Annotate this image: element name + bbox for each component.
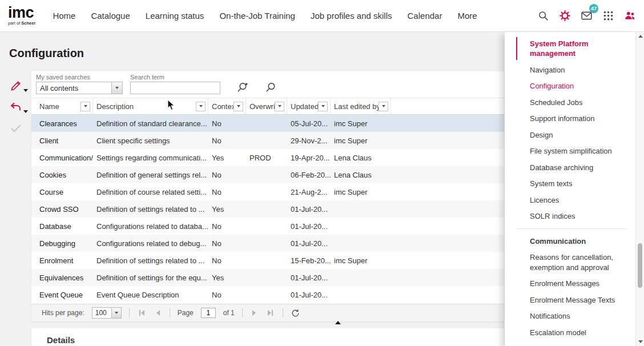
sidebar-item-enrolment-messages[interactable]: Enrolment Messages bbox=[505, 276, 635, 292]
table-row[interactable]: Equivalences Definition of settings for … bbox=[31, 269, 504, 286]
chevron-down-icon bbox=[199, 105, 203, 107]
sidebar-item-reasons-for-cancellation[interactable]: Reasons for cancellation, exemption and … bbox=[505, 250, 635, 276]
column-header-last-edited-by[interactable]: Last edited by bbox=[331, 98, 391, 114]
search-button[interactable] bbox=[537, 10, 549, 22]
search-term-input[interactable] bbox=[130, 82, 220, 94]
separator bbox=[129, 308, 130, 317]
sidebar-item-navigation[interactable]: Navigation bbox=[505, 62, 635, 78]
sidebar-section-communication: Communication bbox=[505, 233, 635, 250]
logo-tagline-brand: Scheer bbox=[21, 21, 35, 26]
sidebar-item-configuration[interactable]: Configuration bbox=[505, 78, 635, 95]
filter-dropdown-button[interactable] bbox=[234, 102, 243, 111]
first-page-button[interactable] bbox=[137, 310, 147, 316]
edit-button[interactable] bbox=[9, 79, 24, 94]
nav-item-on-the-job-training[interactable]: On-the-Job Training bbox=[219, 11, 295, 21]
page-number-input[interactable] bbox=[201, 308, 216, 318]
column-label: Last edited by bbox=[334, 102, 379, 111]
table-row[interactable]: Crowd SSO Definition of settings related… bbox=[31, 200, 504, 218]
table-row[interactable]: Clearances Definition of standard cleara… bbox=[31, 115, 504, 132]
table-row[interactable]: Course Definition of course related sett… bbox=[31, 183, 504, 200]
cell-context: No bbox=[208, 171, 246, 179]
scrollbar-down-arrow-icon[interactable] bbox=[638, 340, 643, 343]
filter-dropdown-button[interactable] bbox=[379, 102, 388, 111]
table-row[interactable]: Debugging Configurations related to debu… bbox=[31, 235, 504, 252]
community-button[interactable] bbox=[623, 10, 636, 22]
sidebar-item-solr-indices[interactable]: SOLR indices bbox=[505, 208, 635, 225]
vertical-scrollbar[interactable] bbox=[635, 32, 644, 346]
messages-button[interactable]: 47 bbox=[580, 10, 593, 22]
refresh-button[interactable] bbox=[291, 308, 300, 318]
last-page-button[interactable] bbox=[265, 310, 275, 316]
cell-overwrite: PROD bbox=[246, 154, 287, 162]
filter-dropdown-button[interactable] bbox=[196, 102, 206, 111]
table-row[interactable]: Cookies Definition of general settings r… bbox=[31, 166, 504, 183]
sidebar-item-scheduled-jobs[interactable]: Scheduled Jobs bbox=[505, 94, 635, 111]
table-row[interactable]: Enrolment Definition of settings related… bbox=[31, 252, 504, 269]
hits-per-page-dropdown-button[interactable] bbox=[111, 308, 121, 318]
nav-item-learning-status[interactable]: Learning status bbox=[146, 11, 204, 21]
scrollbar-up-arrow-icon[interactable] bbox=[638, 35, 643, 38]
filter-dropdown-button[interactable] bbox=[318, 102, 328, 111]
column-header-updated[interactable]: Updated bbox=[287, 98, 331, 114]
page-of-label: of 1 bbox=[223, 309, 235, 317]
cell-updated: 06-Feb-20... bbox=[287, 171, 331, 179]
sidebar-item-escalation-model[interactable]: Escalation model bbox=[505, 324, 635, 341]
confirm-button[interactable] bbox=[9, 121, 24, 136]
cell-updated: 19-Apr-20... bbox=[287, 154, 331, 162]
nav-item-more[interactable]: More bbox=[457, 11, 477, 21]
cell-context: No bbox=[208, 136, 246, 145]
table-row[interactable]: Database Configurations related to datab… bbox=[31, 218, 504, 235]
cell-updated: 15-Feb-20... bbox=[287, 256, 331, 265]
cell-description: Definition of course related setti... bbox=[93, 188, 208, 196]
cell-name: Database bbox=[36, 222, 93, 231]
cell-updated: 01-Jul-20... bbox=[287, 273, 331, 282]
table-row[interactable]: Event Queue Event Queue Description No 0… bbox=[31, 286, 504, 303]
column-header-description[interactable]: Description bbox=[93, 98, 208, 114]
undo-menu-arrow-icon[interactable] bbox=[23, 110, 28, 113]
hits-per-page-select[interactable]: 100 bbox=[92, 307, 122, 319]
scroll-up-arrow-icon[interactable] bbox=[335, 321, 341, 324]
sidebar-item-file-system-simplification[interactable]: File system simplification bbox=[505, 143, 635, 160]
sidebar-item-support-information[interactable]: Support information bbox=[505, 111, 635, 127]
nav-item-catalogue[interactable]: Catalogue bbox=[91, 11, 130, 21]
cell-last-edited-by: imc Super bbox=[331, 119, 391, 128]
imc-logo[interactable]: imc part of Scheer bbox=[8, 6, 35, 25]
previous-page-button[interactable] bbox=[154, 310, 162, 316]
nav-item-home[interactable]: Home bbox=[53, 11, 75, 21]
filter-dropdown-button[interactable] bbox=[275, 102, 284, 111]
details-panel: Details bbox=[31, 328, 504, 346]
undo-button[interactable] bbox=[9, 100, 24, 115]
saved-searches-value: All contents bbox=[37, 82, 111, 94]
advanced-search-button[interactable] bbox=[236, 81, 249, 94]
cell-name: Equivalences bbox=[36, 273, 93, 282]
cell-context: Yes bbox=[208, 273, 246, 282]
column-header-context[interactable]: Context ... bbox=[208, 98, 246, 114]
apps-button[interactable] bbox=[602, 10, 614, 22]
sidebar-item-enrolment-message-texts[interactable]: Enrolment Message Texts bbox=[505, 292, 635, 308]
sidebar-item-notifications[interactable]: Notifications bbox=[505, 308, 635, 325]
search-add-icon bbox=[236, 81, 249, 94]
table-row[interactable]: Client Client specific settings No 29-No… bbox=[31, 132, 504, 149]
settings-button[interactable] bbox=[558, 10, 571, 22]
nav-item-job-profiles-and-skills[interactable]: Job profiles and skills bbox=[311, 11, 392, 21]
edit-menu-arrow-icon[interactable] bbox=[23, 89, 28, 92]
sidebar-item-licences[interactable]: Licences bbox=[505, 192, 635, 208]
nav-item-calendar[interactable]: Calendar bbox=[408, 11, 442, 21]
cell-updated: 01-Jul-20... bbox=[287, 239, 331, 248]
table-row[interactable]: Communication/ Settings regarding commun… bbox=[31, 149, 504, 166]
column-header-overwrite[interactable]: Overwrit... bbox=[246, 98, 287, 114]
column-header-name[interactable]: Name bbox=[36, 98, 93, 114]
cell-context: No bbox=[208, 188, 246, 196]
filter-dropdown-button[interactable] bbox=[80, 102, 90, 111]
sidebar-item-design[interactable]: Design bbox=[505, 127, 635, 143]
search-bar: My saved searches All contents Search te… bbox=[31, 71, 504, 98]
cell-description: Settings regarding communicati... bbox=[93, 154, 208, 162]
next-page-button[interactable] bbox=[250, 310, 258, 316]
run-search-button[interactable] bbox=[264, 81, 277, 94]
saved-searches-dropdown-button[interactable] bbox=[111, 82, 122, 94]
sidebar-item-database-archiving[interactable]: Database archiving bbox=[505, 159, 635, 176]
saved-searches-select[interactable]: All contents bbox=[36, 82, 123, 94]
logo-tagline-prefix: part of bbox=[8, 21, 20, 26]
sidebar-item-system-texts[interactable]: System texts bbox=[505, 176, 635, 192]
scrollbar-thumb[interactable] bbox=[638, 243, 642, 288]
